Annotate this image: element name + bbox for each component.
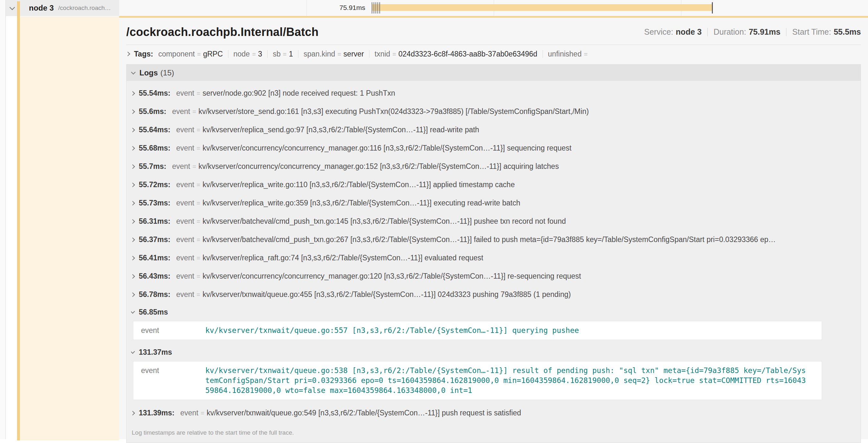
log-entry-row-expanded[interactable]: 131.37ms [131,344,861,361]
log-fields: event=kv/kvserver/replica_raft.go:74 [n3… [176,253,483,262]
span-duration-label: 75.91ms [339,4,365,11]
chevron-down-icon [10,5,15,10]
chevron-right-icon [131,146,135,150]
log-field-value: kv/kvserver/replica_write.go:110 [n3,s3,… [203,180,515,189]
log-fields: event=kv/kvserver/replica_write.go:110 [… [176,180,515,189]
tag-item[interactable]: sb=1 [273,50,293,59]
tag-divider [267,50,268,58]
chevron-right-icon [131,182,135,187]
tag-item[interactable]: unfinished= [548,50,590,59]
tag-item[interactable]: component=gRPC [158,50,223,59]
trace-detail-page: node 3 /cockroach.roach… 75.91ms /cockro… [0,0,868,443]
logs-footer-note: Log timestamps are relative to the start… [127,422,861,443]
log-entry-row[interactable]: 56.37ms:event=kv/kvserver/batcheval/cmd_… [131,231,861,249]
log-keyvalue-table[interactable]: eventkv/kvserver/txnwait/queue.go:557 [n… [133,321,822,340]
service-label: Service: [644,27,673,37]
log-timestamp: 131.39ms: [139,409,175,417]
chevron-right-icon [131,201,135,205]
log-field-key: event [180,409,198,417]
span-color-stripe [17,1,20,440]
log-fields: event=kv/kvserver/batcheval/cmd_push_txn… [176,235,775,244]
logs-section: Logs (15) 55.54ms:event=server/node.go:9… [126,64,861,443]
chevron-right-icon [131,274,135,278]
span-duration-bar[interactable] [372,4,713,11]
page-title: /cockroach.roachpb.Internal/Batch [126,25,319,39]
log-keyvalue-table[interactable]: eventkv/kvserver/txnwait/queue.go:538 [n… [133,361,822,400]
log-field-value: kv/kvserver/txnwait/queue.go:557 [n3,s3,… [205,326,809,336]
equals-sign: = [196,218,200,225]
equals-sign: = [584,51,588,58]
tag-key: unfinished [548,50,582,59]
span-meta: Service: node 3 Duration: 75.91ms Start … [644,27,861,37]
chevron-right-icon [131,219,135,224]
log-entry-row[interactable]: 55.68ms:event=kv/kvserver/concurrency/co… [131,139,861,157]
log-field-value: kv/kvserver/txnwait/queue.go:538 [n3,s3,… [205,366,809,396]
log-timestamp: 56.85ms [139,308,168,316]
log-entry-row[interactable]: 55.7ms:event=kv/kvserver/concurrency/con… [131,157,861,176]
log-marker-tick [377,2,378,13]
log-field-value: kv/kvserver/store_send.go:161 [n3,s3] ex… [198,107,589,115]
log-entry-row[interactable]: 56.43ms:event=kv/kvserver/concurrency/co… [131,267,861,285]
log-marker-tick [375,2,376,13]
chevron-down-icon [131,309,135,314]
log-timestamp: 55.54ms: [139,89,170,98]
log-field-key: event [176,272,194,280]
log-entry-row[interactable]: 131.39ms:event=kv/kvserver/txnwait/queue… [131,404,861,422]
tags-label: Tags: [134,50,153,59]
log-timestamp: 55.68ms: [139,144,170,152]
log-entry-row[interactable]: 56.31ms:event=kv/kvserver/batcheval/cmd_… [131,212,861,231]
log-field-key: event [141,326,205,336]
equals-sign: = [192,108,196,115]
equals-sign: = [196,254,200,262]
log-fields: event=kv/kvserver/replica_send.go:97 [n3… [176,126,479,134]
log-timestamp: 55.72ms: [139,180,170,189]
log-entry-row[interactable]: 55.72ms:event=kv/kvserver/replica_write.… [131,176,861,194]
start-time-value: 55.5ms [834,27,861,37]
tag-divider [228,50,228,58]
equals-sign: = [196,236,200,243]
tag-key: node [234,50,250,59]
log-field-value: kv/kvserver/replica_write.go:359 [n3,s3,… [203,199,520,207]
log-field-value: kv/kvserver/replica_send.go:97 [n3,s3,r6… [203,126,479,134]
span-detail-panel: /cockroach.roachpb.Internal/Batch Servic… [119,16,868,439]
log-entry-row[interactable]: 56.41ms:event=kv/kvserver/replica_raft.g… [131,249,861,267]
span-detail-header: /cockroach.roachpb.Internal/Batch Servic… [126,18,861,45]
log-fields: event=kv/kvserver/replica_write.go:359 [… [176,199,520,207]
tag-value: 1 [289,50,293,59]
equals-sign: = [393,51,396,58]
log-field-key: event [176,217,194,225]
duration-label: Duration: [713,27,746,37]
equals-sign: = [201,410,205,417]
tag-item[interactable]: txnid=024d3323-6c8f-4863-aa8b-37ab0e6349… [375,50,537,59]
selected-span-row-highlight [20,16,119,440]
equals-sign: = [196,127,200,134]
tags-row[interactable]: Tags: component=gRPCnode=3sb=1span.kind=… [126,45,861,63]
tags-list: component=gRPCnode=3sb=1span.kind=server… [158,50,590,59]
tag-divider [542,50,543,58]
log-field-value: kv/kvserver/concurrency/concurrency_mana… [203,144,571,152]
log-entry-row-expanded[interactable]: 56.85ms [131,304,861,320]
log-entry-row[interactable]: 55.54ms:event=server/node.go:902 [n3] no… [131,84,861,102]
log-field-value: kv/kvserver/txnwait/queue.go:455 [n3,s3,… [203,290,571,299]
equals-sign: = [192,163,196,170]
span-name-cell[interactable]: node 3 /cockroach.roach… [6,0,119,16]
tag-value: 024d3323-6c8f-4863-aa8b-37ab0e63496d [398,50,537,59]
log-field-value: kv/kvserver/concurrency/concurrency_mana… [198,162,559,170]
logs-header[interactable]: Logs (15) [127,65,861,81]
chevron-right-icon [131,164,135,169]
log-timestamp: 56.31ms: [139,217,170,226]
equals-sign: = [196,273,200,280]
tag-value: 3 [258,50,262,59]
log-entry-row[interactable]: 56.78ms:event=kv/kvserver/txnwait/queue.… [131,285,861,304]
log-field-value: kv/kvserver/replica_raft.go:74 [n3,s3,r6… [203,253,483,262]
tag-item[interactable]: span.kind=server [304,50,364,59]
separator [707,28,708,36]
log-timestamp: 55.64ms: [139,126,170,134]
span-timeline-row: node 3 /cockroach.roach… 75.91ms [6,0,868,16]
log-entry-row[interactable]: 55.6ms:event=kv/kvserver/store_send.go:1… [131,102,861,121]
log-entry-row[interactable]: 55.64ms:event=kv/kvserver/replica_send.g… [131,121,861,139]
tag-item[interactable]: node=3 [234,50,262,59]
tag-key: component [158,50,195,59]
chevron-right-icon [131,237,135,242]
log-entry-row[interactable]: 55.73ms:event=kv/kvserver/replica_write.… [131,194,861,212]
